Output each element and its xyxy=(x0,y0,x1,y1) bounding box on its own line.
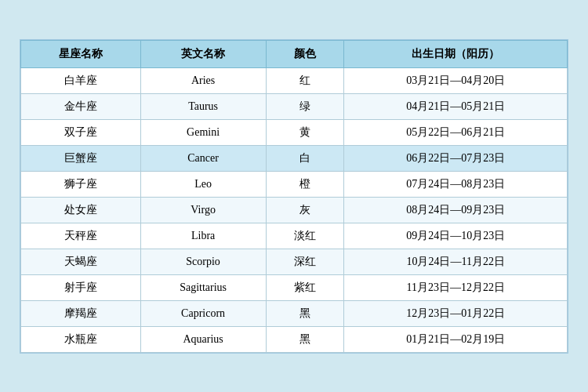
cell-10-0: 水瓶座 xyxy=(21,326,141,352)
header-english-name: 英文名称 xyxy=(140,40,266,67)
cell-5-1: Virgo xyxy=(140,197,266,223)
cell-9-1: Capricorn xyxy=(140,300,266,326)
cell-8-1: Sagittarius xyxy=(140,274,266,300)
header-color: 颜色 xyxy=(266,40,344,67)
header-chinese-name: 星座名称 xyxy=(21,40,141,67)
cell-0-3: 03月21日—04月20日 xyxy=(344,67,568,93)
cell-10-2: 黑 xyxy=(266,326,344,352)
table-row: 金牛座Taurus绿04月21日—05月21日 xyxy=(21,93,568,119)
cell-7-3: 10月24日—11月22日 xyxy=(344,249,568,274)
cell-5-2: 灰 xyxy=(266,197,344,223)
cell-3-3: 06月22日—07月23日 xyxy=(344,145,568,171)
table-body: 白羊座Aries红03月21日—04月20日金牛座Taurus绿04月21日—0… xyxy=(21,67,568,352)
table-header-row: 星座名称 英文名称 颜色 出生日期（阳历） xyxy=(21,40,568,67)
cell-5-0: 处女座 xyxy=(21,197,141,223)
table-row: 天秤座Libra淡红09月24日—10月23日 xyxy=(21,223,568,249)
cell-3-2: 白 xyxy=(266,145,344,171)
zodiac-table-container: 星座名称 英文名称 颜色 出生日期（阳历） 白羊座Aries红03月21日—04… xyxy=(20,39,568,354)
cell-4-0: 狮子座 xyxy=(21,171,141,197)
cell-7-2: 深红 xyxy=(266,249,344,274)
cell-4-3: 07月24日—08月23日 xyxy=(344,171,568,197)
cell-1-0: 金牛座 xyxy=(21,93,141,119)
table-row: 射手座Sagittarius紫红11月23日—12月22日 xyxy=(21,274,568,300)
cell-1-3: 04月21日—05月21日 xyxy=(344,93,568,119)
cell-2-3: 05月22日—06月21日 xyxy=(344,119,568,145)
cell-1-2: 绿 xyxy=(266,93,344,119)
table-row: 白羊座Aries红03月21日—04月20日 xyxy=(21,67,568,93)
cell-8-3: 11月23日—12月22日 xyxy=(344,274,568,300)
cell-4-1: Leo xyxy=(140,171,266,197)
table-row: 狮子座Leo橙07月24日—08月23日 xyxy=(21,171,568,197)
cell-8-2: 紫红 xyxy=(266,274,344,300)
table-row: 巨蟹座Cancer白06月22日—07月23日 xyxy=(21,145,568,171)
cell-3-1: Cancer xyxy=(140,145,266,171)
cell-10-1: Aquarius xyxy=(140,326,266,352)
cell-9-0: 摩羯座 xyxy=(21,300,141,326)
cell-0-1: Aries xyxy=(140,67,266,93)
table-row: 摩羯座Capricorn黑12月23日—01月22日 xyxy=(21,300,568,326)
cell-8-0: 射手座 xyxy=(21,274,141,300)
cell-9-3: 12月23日—01月22日 xyxy=(344,300,568,326)
cell-5-3: 08月24日—09月23日 xyxy=(344,197,568,223)
table-row: 天蝎座Scorpio深红10月24日—11月22日 xyxy=(21,249,568,274)
cell-6-1: Libra xyxy=(140,223,266,249)
cell-6-0: 天秤座 xyxy=(21,223,141,249)
cell-3-0: 巨蟹座 xyxy=(21,145,141,171)
cell-9-2: 黑 xyxy=(266,300,344,326)
cell-6-3: 09月24日—10月23日 xyxy=(344,223,568,249)
cell-1-1: Taurus xyxy=(140,93,266,119)
cell-6-2: 淡红 xyxy=(266,223,344,249)
cell-7-1: Scorpio xyxy=(140,249,266,274)
table-row: 双子座Gemini黄05月22日—06月21日 xyxy=(21,119,568,145)
table-row: 水瓶座Aquarius黑01月21日—02月19日 xyxy=(21,326,568,352)
cell-0-2: 红 xyxy=(266,67,344,93)
cell-0-0: 白羊座 xyxy=(21,67,141,93)
header-dates: 出生日期（阳历） xyxy=(344,40,568,67)
cell-10-3: 01月21日—02月19日 xyxy=(344,326,568,352)
cell-2-2: 黄 xyxy=(266,119,344,145)
cell-2-0: 双子座 xyxy=(21,119,141,145)
cell-7-0: 天蝎座 xyxy=(21,249,141,274)
zodiac-table: 星座名称 英文名称 颜色 出生日期（阳历） 白羊座Aries红03月21日—04… xyxy=(20,40,568,353)
cell-2-1: Gemini xyxy=(140,119,266,145)
cell-4-2: 橙 xyxy=(266,171,344,197)
table-row: 处女座Virgo灰08月24日—09月23日 xyxy=(21,197,568,223)
